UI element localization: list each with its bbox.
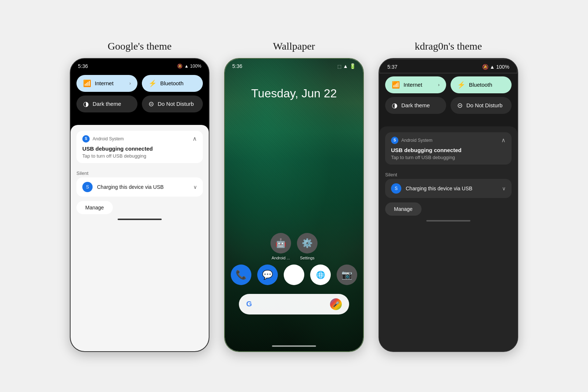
wallpaper-title: Wallpaper	[273, 40, 315, 52]
google-theme-title: Google's theme	[108, 40, 172, 52]
google-charging-label: Charging this device via USB	[97, 184, 189, 190]
internet-chevron-icon: ›	[129, 81, 131, 86]
kdrag-bluetooth-tile[interactable]: ⚡ Bluetooth	[451, 76, 512, 93]
kdrag-charging-chevron-icon: ∨	[502, 186, 506, 191]
messages-app-icon: 💬	[257, 265, 278, 285]
kdrag-dnd-tile-icon: ⊝	[457, 101, 463, 109]
google-internet-label: Internet	[95, 80, 126, 86]
google-phone-frame: 5:36 🔕 ▲ 100% 📶 Internet	[70, 58, 209, 352]
kdrag-internet-label: Internet	[404, 82, 434, 88]
wallpaper-wifi-icon: ▲	[343, 63, 348, 69]
kdrag-qs-row1: 📶 Internet › ⚡ Bluetooth	[385, 76, 512, 93]
wallpaper-status-icons: ⬚ ▲ 🔋	[337, 63, 356, 69]
camera-app-icon-wrap[interactable]: 📷	[337, 265, 357, 285]
kdrag-android-icon: S	[391, 137, 398, 144]
kdrag-notif-title: USB debugging connected	[391, 147, 506, 153]
kdrag-wifi-tile-icon: 📶	[392, 81, 400, 89]
kdrag-internet-tile[interactable]: 📶 Internet ›	[385, 76, 446, 93]
wallpaper-battery-icon: 🔋	[349, 63, 356, 69]
darktheme-tile-icon: ◑	[83, 100, 89, 108]
kdrag-wifi-icon: ▲	[490, 64, 495, 70]
messages-app-icon-wrap[interactable]: 💬	[257, 265, 278, 285]
wallpaper-section: Wallpaper 5:36 ⬚ ▲ 🔋 Tuesday, Jun 22	[224, 40, 364, 352]
google-bluetooth-tile[interactable]: ⚡ Bluetooth	[142, 75, 203, 92]
wallpaper-home-indicator	[272, 345, 316, 347]
dnd-tile-icon: ⊝	[148, 100, 154, 108]
kdrag-theme-section: kdrag0n's theme 5:37 🔕 ▲ 100%	[379, 40, 518, 352]
wallpaper-time: 5:36	[232, 63, 242, 69]
google-notif-title: USB debugging connected	[82, 145, 197, 152]
google-internet-tile[interactable]: 📶 Internet ›	[76, 75, 137, 92]
kdrag-darktheme-tile-icon: ◑	[392, 101, 398, 109]
google-usb-notification[interactable]: S Android System ∧ USB debugging connect…	[76, 131, 203, 163]
kdrag-bluetooth-tile-icon: ⚡	[457, 81, 465, 89]
kdrag-phone-frame: 5:37 🔕 ▲ 100% 📶 Internet	[379, 58, 518, 352]
kdrag-silent-label: Silent	[385, 169, 512, 179]
kdrag-notif-expand-icon[interactable]: ∧	[501, 137, 506, 144]
kdrag-dnd-tile[interactable]: ⊝ Do Not Disturb	[451, 97, 512, 114]
android-app-label: Android ...	[272, 256, 290, 260]
google-notif-subtitle: Tap to turn off USB debugging	[82, 153, 197, 159]
kdrag-charging-label: Charging this device via USB	[406, 186, 498, 191]
google-charging-chevron-icon: ∨	[193, 184, 197, 190]
kdrag-home-indicator	[426, 220, 470, 222]
kdrag-notif-app-name: Android System	[401, 138, 433, 143]
kdrag-mute-icon: 🔕	[482, 64, 488, 70]
google-quick-settings: 📶 Internet › ⚡ Bluetooth ◑	[71, 72, 209, 122]
kdrag-notification-area: S Android System ∧ USB debugging connect…	[379, 126, 517, 351]
google-dnd-tile[interactable]: ⊝ Do Not Disturb	[142, 96, 203, 112]
google-home-indicator	[118, 219, 162, 220]
google-darktheme-label: Dark theme	[93, 101, 131, 107]
google-notif-header: S Android System ∧	[82, 135, 197, 143]
google-notif-app-name: Android System	[93, 136, 124, 141]
google-bluetooth-label: Bluetooth	[160, 80, 196, 86]
kdrag-manage-button[interactable]: Manage	[385, 202, 422, 216]
wallpaper-usb-icon: ⬚	[337, 64, 341, 69]
kdrag-status-icons: 🔕 ▲ 100%	[482, 64, 509, 70]
kdrag-charging-card[interactable]: S Charging this device via USB ∨	[385, 179, 512, 198]
wifi-icon: ▲	[184, 64, 189, 69]
google-qs-row2: ◑ Dark theme ⊝ Do Not Disturb	[76, 96, 203, 112]
play-app-icon-wrap[interactable]: ▶	[284, 265, 304, 285]
kdrag-notif-app-info: S Android System	[391, 137, 433, 144]
page-wrapper: Google's theme 5:36 🔕 ▲ 100%	[7, 33, 581, 359]
google-g-logo: G	[246, 300, 252, 308]
kdrag-bluetooth-label: Bluetooth	[469, 82, 505, 88]
google-notification-area: S Android System ∧ USB debugging connect…	[71, 125, 209, 351]
chrome-app-icon-wrap[interactable]: 🌐	[310, 265, 331, 285]
google-qs-row1: 📶 Internet › ⚡ Bluetooth	[76, 75, 203, 92]
google-charging-card[interactable]: S Charging this device via USB ∨	[76, 177, 203, 197]
google-mic-icon[interactable]: 🎤	[330, 298, 342, 310]
kdrag-notif-header: S Android System ∧	[391, 137, 506, 144]
kdrag-usb-notification[interactable]: S Android System ∧ USB debugging connect…	[385, 132, 512, 165]
wallpaper-bottom-apps-row: 📞 💬 ▶	[231, 265, 357, 285]
kdrag-internet-chevron-icon: ›	[438, 82, 440, 87]
wallpaper-status-bar: 5:36 ⬚ ▲ 🔋	[225, 59, 363, 72]
wallpaper-phone-frame: 5:36 ⬚ ▲ 🔋 Tuesday, Jun 22 🤖	[224, 58, 364, 352]
google-search-bar[interactable]: G 🎤	[239, 294, 349, 314]
settings-app-icon-wrap[interactable]: ⚙️ Settings	[297, 233, 318, 260]
kdrag-darktheme-label: Dark theme	[401, 102, 440, 108]
google-dnd-label: Do Not Disturb	[158, 101, 196, 107]
google-notif-app-info: S Android System	[82, 135, 124, 143]
google-theme-section: Google's theme 5:36 🔕 ▲ 100%	[70, 40, 209, 352]
kdrag-battery-icon: 100%	[496, 64, 509, 70]
kdrag-notif-subtitle: Tap to turn off USB debugging	[391, 155, 506, 160]
google-status-bar: 5:36 🔕 ▲ 100%	[71, 59, 209, 72]
chrome-app-icon: 🌐	[310, 265, 331, 285]
google-android-icon: S	[82, 135, 90, 143]
settings-app-label: Settings	[300, 256, 315, 260]
battery-icon: 100%	[190, 64, 201, 69]
phone-app-icon-wrap[interactable]: 📞	[231, 265, 251, 285]
play-app-icon: ▶	[284, 265, 304, 285]
phone-app-icon: 📞	[231, 265, 251, 285]
google-notif-expand-icon[interactable]: ∧	[193, 135, 197, 142]
kdrag-dnd-label: Do Not Disturb	[466, 102, 505, 108]
kdrag-darktheme-tile[interactable]: ◑ Dark theme	[385, 97, 446, 114]
google-manage-button[interactable]: Manage	[76, 201, 113, 214]
google-darktheme-tile[interactable]: ◑ Dark theme	[76, 96, 137, 112]
settings-app-icon: ⚙️	[297, 233, 318, 253]
google-status-icons: 🔕 ▲ 100%	[177, 64, 201, 69]
android-app-icon-wrap[interactable]: 🤖 Android ...	[270, 233, 291, 260]
kdrag-qs-row2: ◑ Dark theme ⊝ Do Not Disturb	[385, 97, 512, 114]
